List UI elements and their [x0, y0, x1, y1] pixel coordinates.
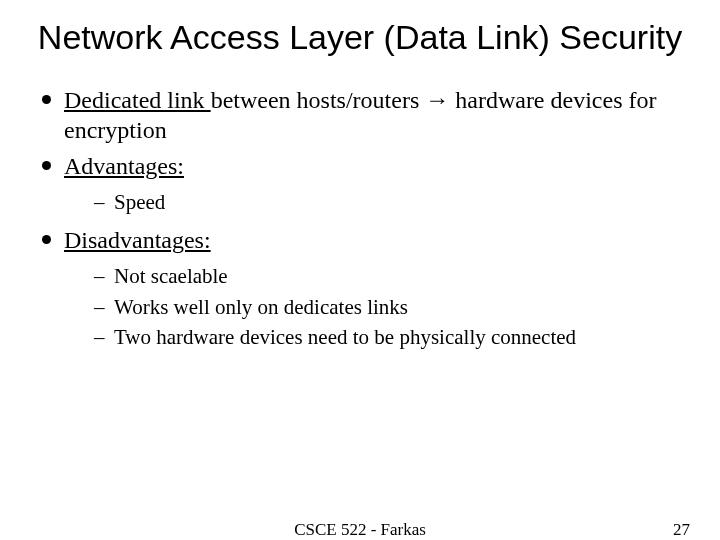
slide-content: Dedicated link between hosts/routers → h…	[36, 85, 684, 350]
page-number: 27	[673, 520, 690, 540]
sub-item: Speed	[94, 189, 684, 215]
footer-center: CSCE 522 - Farkas	[0, 520, 720, 540]
sub-item: Works well only on dedicates links	[94, 294, 684, 320]
sub-list: Not scaelable Works well only on dedicat…	[64, 263, 684, 350]
sub-list: Speed	[64, 189, 684, 215]
bullet-underlined: Disadvantages:	[64, 227, 211, 253]
bullet-list: Dedicated link between hosts/routers → h…	[36, 85, 684, 350]
arrow-icon: →	[425, 86, 449, 113]
bullet-item: Disadvantages: Not scaelable Works well …	[36, 225, 684, 350]
bullet-item: Dedicated link between hosts/routers → h…	[36, 85, 684, 145]
sub-item: Two hardware devices need to be physical…	[94, 324, 684, 350]
slide-title: Network Access Layer (Data Link) Securit…	[36, 18, 684, 57]
slide: Network Access Layer (Data Link) Securit…	[0, 0, 720, 540]
bullet-underlined: Advantages:	[64, 153, 184, 179]
bullet-text: between hosts/routers	[211, 87, 426, 113]
bullet-item: Advantages: Speed	[36, 151, 684, 215]
bullet-underlined: Dedicated link	[64, 87, 211, 113]
sub-item: Not scaelable	[94, 263, 684, 289]
